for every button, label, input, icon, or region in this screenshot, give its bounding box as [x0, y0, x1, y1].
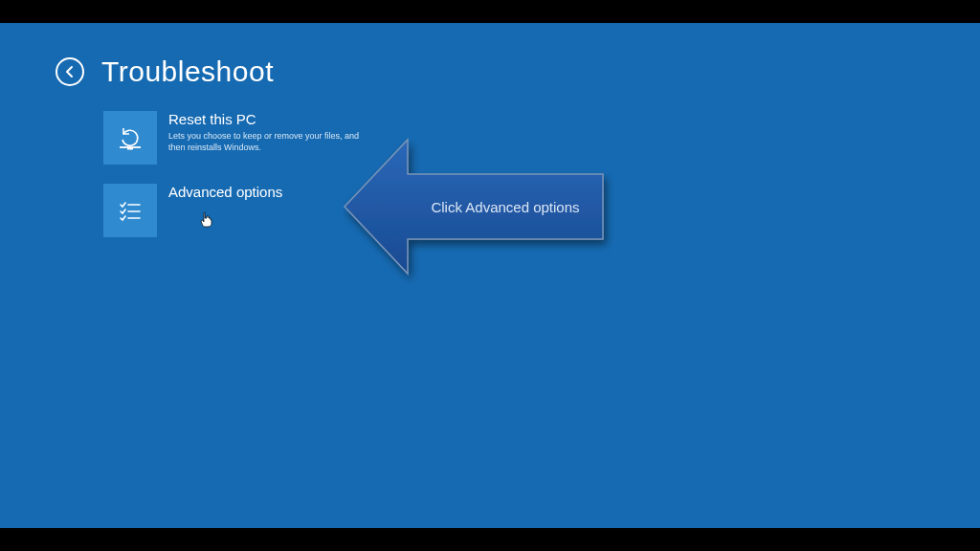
instruction-callout: Click Advanced options — [343, 126, 620, 302]
page-title: Troubleshoot — [101, 55, 274, 88]
reset-pc-label: Reset this PC Lets you choose to keep or… — [168, 111, 360, 153]
advanced-title: Advanced options — [168, 184, 282, 201]
letterbox-bottom — [0, 528, 980, 551]
back-arrow-icon — [63, 65, 77, 78]
advanced-options-icon — [113, 193, 147, 228]
reset-pc-icon — [113, 121, 147, 155]
reset-pc-title: Reset this PC — [168, 111, 360, 128]
options-list: Reset this PC Lets you choose to keep or… — [103, 111, 360, 256]
svg-rect-1 — [127, 147, 133, 150]
letterbox-top — [0, 0, 980, 23]
option-reset-pc[interactable]: Reset this PC Lets you choose to keep or… — [103, 111, 360, 165]
option-advanced[interactable]: Advanced options — [103, 184, 360, 237]
callout-text: Click Advanced options — [431, 199, 579, 215]
back-button[interactable] — [56, 57, 84, 86]
recovery-screen: Troubleshoot Reset this PC Lets you choo… — [0, 23, 980, 528]
header: Troubleshoot — [56, 55, 274, 88]
reset-pc-desc: Lets you choose to keep or remove your f… — [168, 131, 360, 153]
advanced-label: Advanced options — [168, 184, 282, 201]
advanced-tile — [103, 184, 157, 237]
reset-pc-tile — [103, 111, 157, 165]
